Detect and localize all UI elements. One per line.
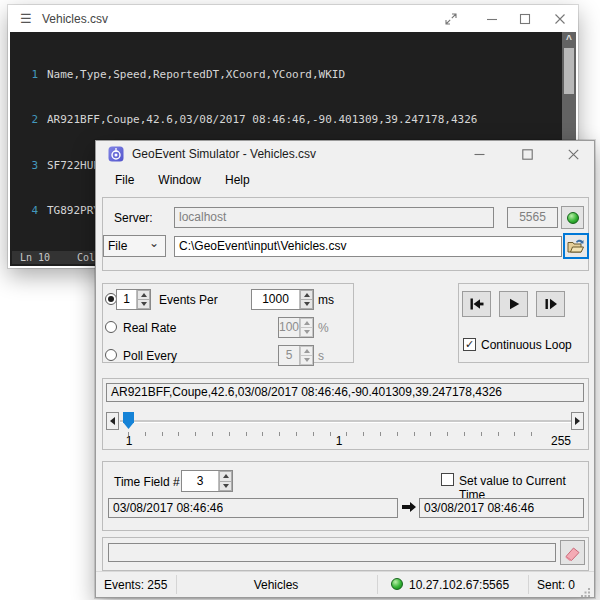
editor-window-title: Vehicles.csv — [42, 12, 108, 26]
endpoint-address: 10.27.102.67:5565 — [409, 578, 509, 592]
scroll-up-icon[interactable]: ^ — [562, 34, 576, 46]
simulation-name: Vehicles — [176, 578, 376, 592]
close-icon[interactable] — [558, 141, 588, 167]
slider-track[interactable] — [120, 420, 571, 423]
endpoint-status-icon — [391, 578, 403, 590]
real-rate-spinner: 100 — [278, 317, 314, 338]
minimize-icon[interactable] — [480, 8, 504, 29]
continuous-loop-checkbox[interactable]: ✓ — [463, 338, 476, 351]
server-host-input[interactable]: localhost — [174, 207, 494, 228]
events-per-label: Events Per — [159, 293, 218, 307]
spin-up-icon[interactable] — [219, 471, 232, 482]
percent-unit-label: % — [318, 321, 329, 335]
server-port-input[interactable]: 5565 — [507, 207, 558, 228]
seconds-unit-label: s — [318, 349, 324, 363]
events-count: Events: 255 — [104, 578, 167, 592]
slider-right-button[interactable] — [571, 412, 584, 430]
menubar: File Window Help — [96, 167, 594, 194]
skip-to-start-icon — [469, 297, 485, 311]
simulator-statusbar: Events: 255 Vehicles 10.27.102.67:5565 S… — [96, 571, 594, 597]
slider-current-label: 1 — [330, 434, 348, 448]
menu-file[interactable]: File — [103, 167, 146, 194]
ms-unit-label: ms — [318, 293, 334, 307]
time-field-spinner[interactable]: 3 — [181, 470, 233, 492]
real-rate-radio[interactable] — [105, 321, 117, 333]
spin-up-icon — [300, 346, 313, 356]
play-button[interactable] — [499, 291, 528, 317]
interval-spinner[interactable]: 1000 — [251, 289, 314, 310]
step-button[interactable] — [536, 291, 565, 317]
spin-up-icon — [300, 318, 313, 328]
app-icon — [108, 146, 124, 166]
expand-icon[interactable] — [439, 8, 463, 29]
arrow-right-icon — [401, 500, 416, 518]
simulator-titlebar: GeoEvent Simulator - Vehicles.csv — [96, 141, 594, 167]
connect-button[interactable] — [561, 206, 584, 229]
connection-status-icon — [567, 212, 579, 224]
arrow-right-icon — [575, 417, 580, 425]
spin-down-icon[interactable] — [137, 300, 150, 309]
server-label: Server: — [114, 211, 153, 225]
sent-count: Sent: 0 — [537, 578, 575, 592]
browse-file-button[interactable] — [563, 233, 589, 259]
continuous-loop-label: Continuous Loop — [481, 338, 572, 352]
maximize-icon[interactable] — [513, 8, 537, 29]
skip-to-start-button[interactable] — [462, 291, 491, 317]
poll-every-radio[interactable] — [105, 349, 117, 361]
spin-up-icon[interactable] — [137, 290, 150, 300]
chevron-down-icon: ⌄ — [149, 235, 159, 253]
real-rate-label: Real Rate — [123, 321, 176, 335]
arrow-left-icon — [110, 417, 115, 425]
slider-max-label: 255 — [544, 434, 578, 448]
spin-down-icon — [300, 328, 313, 337]
column-indicator: Col — [77, 251, 95, 264]
event-preview-field[interactable]: AR921BFF,Coupe,42.6,03/08/2017 08:46:46,… — [106, 383, 584, 402]
step-forward-icon — [543, 297, 558, 311]
clear-button[interactable] — [560, 540, 585, 565]
slider-min-label: 1 — [120, 434, 138, 448]
poll-spinner: 5 — [278, 345, 314, 366]
events-count-spinner[interactable]: 1 — [116, 289, 151, 310]
set-current-time-checkbox[interactable] — [441, 473, 454, 486]
line-indicator: Ln 10 — [20, 251, 50, 264]
file-path-input[interactable]: C:\GeoEvent\input\Vehicles.csv — [174, 236, 562, 257]
spin-up-icon[interactable] — [300, 290, 313, 300]
poll-every-label: Poll Every — [123, 349, 177, 363]
editor-titlebar: ☰ Vehicles.csv — [8, 5, 578, 32]
resize-grip[interactable] — [581, 584, 591, 594]
time-from-field[interactable]: 03/08/2017 08:46:46 — [108, 498, 398, 518]
spin-down-icon[interactable] — [300, 300, 313, 309]
menu-help[interactable]: Help — [213, 167, 262, 194]
scrollbar-thumb[interactable] — [564, 48, 574, 94]
message-field — [108, 543, 556, 562]
source-type-select[interactable]: File ⌄ — [103, 235, 166, 257]
spin-down-icon[interactable] — [219, 482, 232, 492]
spin-down-icon — [300, 356, 313, 365]
maximize-icon[interactable] — [512, 141, 542, 167]
open-folder-icon — [567, 238, 585, 254]
minimize-icon[interactable] — [464, 141, 494, 167]
csv-line: 1Name,Type,Speed,ReportedDT,XCoord,YCoor… — [10, 67, 562, 82]
menu-icon[interactable]: ☰ — [20, 11, 32, 26]
time-field-label: Time Field # — [114, 475, 180, 489]
play-icon — [507, 297, 521, 311]
eraser-icon — [564, 545, 581, 561]
menu-window[interactable]: Window — [146, 167, 213, 194]
geoevent-simulator-window: GeoEvent Simulator - Vehicles.csv File W… — [95, 140, 595, 598]
csv-line: 2AR921BFF,Coupe,42.6,03/08/2017 08:46:46… — [10, 112, 562, 127]
time-to-field[interactable]: 03/08/2017 08:46:46 — [419, 498, 584, 518]
simulator-window-title: GeoEvent Simulator - Vehicles.csv — [132, 147, 316, 161]
close-icon[interactable] — [548, 8, 572, 29]
slider-left-button[interactable] — [106, 412, 119, 430]
